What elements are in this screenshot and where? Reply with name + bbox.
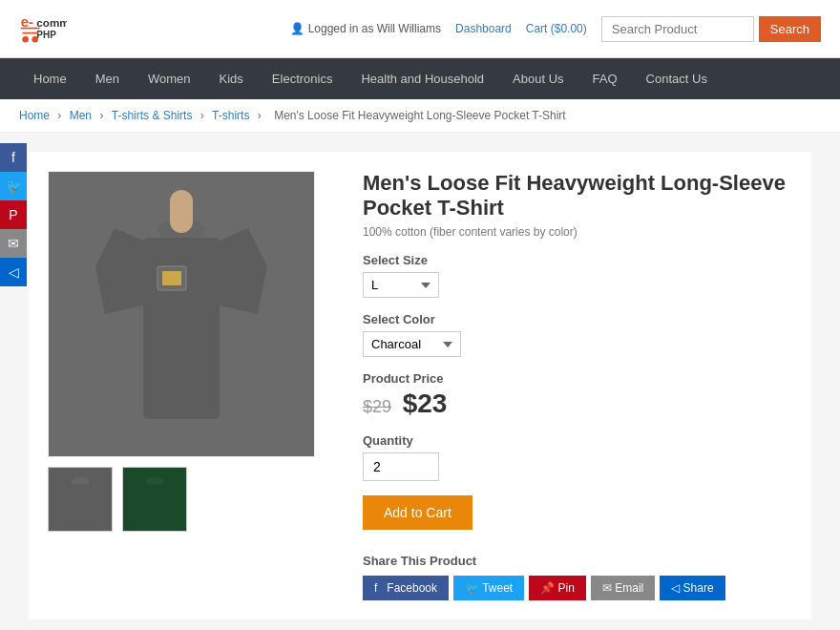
- nav-kids[interactable]: Kids: [205, 58, 258, 99]
- svg-text:PHP: PHP: [36, 30, 56, 40]
- thumbnail-row: [48, 467, 334, 532]
- svg-rect-12: [162, 271, 181, 285]
- svg-point-4: [32, 36, 38, 43]
- share-share-button[interactable]: ◁ Share: [660, 576, 724, 600]
- image-section: [48, 171, 334, 600]
- price-label: Product Price: [363, 371, 792, 386]
- breadcrumb-current: Men's Loose Fit Heavyweight Long-Sleeve …: [274, 109, 566, 122]
- quantity-label: Quantity: [363, 433, 792, 448]
- size-label: Select Size: [363, 253, 792, 267]
- nav-about[interactable]: About Us: [498, 58, 578, 99]
- breadcrumb-tshirts[interactable]: T-shirts: [212, 109, 249, 122]
- user-info: 👤 Logged in as Will Williams: [290, 22, 441, 35]
- share-email-button[interactable]: ✉ Email: [591, 576, 655, 600]
- svg-rect-10: [143, 238, 220, 419]
- svg-marker-8: [95, 228, 148, 314]
- product-subtitle: 100% cotton (fiber content varies by col…: [363, 225, 792, 239]
- svg-text:e-: e-: [21, 13, 33, 30]
- svg-rect-23: [143, 484, 165, 531]
- social-pinterest-btn[interactable]: P: [0, 200, 27, 229]
- logo: e- commerce PHP: [19, 10, 67, 48]
- product-area: Men's Loose Fit Heavyweight Long-Sleeve …: [29, 152, 811, 620]
- main-product-image: [48, 171, 315, 457]
- price-original: $29: [363, 397, 391, 416]
- product-info: Men's Loose Fit Heavyweight Long-Sleeve …: [363, 171, 792, 600]
- color-select[interactable]: Charcoal Dark Green Navy Black: [363, 331, 461, 357]
- nav-electronics[interactable]: Electronics: [258, 58, 347, 99]
- thumbnail-green[interactable]: [122, 467, 187, 532]
- main-nav: Home Men Women Kids Electronics Health a…: [0, 58, 840, 99]
- header: e- commerce PHP 👤 Logged in as Will Will…: [0, 0, 840, 58]
- nav-women[interactable]: Women: [134, 58, 205, 99]
- price-current: $23: [403, 388, 448, 418]
- quantity-input[interactable]: [363, 452, 439, 481]
- social-share-btn[interactable]: ◁: [0, 258, 27, 286]
- social-facebook-btn[interactable]: f: [0, 143, 27, 172]
- search-button[interactable]: Search: [759, 16, 821, 42]
- share-twitter-button[interactable]: 🐦 Tweet: [453, 576, 524, 600]
- share-buttons: f Facebook 🐦 Tweet 📌 Pin ✉ Email ◁ Share: [363, 576, 792, 600]
- svg-rect-18: [69, 484, 91, 531]
- nav-men[interactable]: Men: [81, 58, 134, 99]
- svg-point-3: [22, 36, 29, 43]
- search-area: Search: [601, 16, 821, 42]
- svg-rect-13: [170, 190, 193, 233]
- cart-link[interactable]: Cart ($0.00): [526, 22, 587, 35]
- thumbnail-charcoal[interactable]: [48, 467, 113, 532]
- svg-text:commerce: commerce: [36, 16, 67, 29]
- search-input[interactable]: [601, 16, 754, 42]
- nav-contact[interactable]: Contact Us: [632, 58, 722, 99]
- share-pinterest-button[interactable]: 📌 Pin: [529, 576, 586, 600]
- svg-marker-9: [215, 228, 267, 314]
- nav-health[interactable]: Health and Household: [346, 58, 498, 99]
- logo-icon: e- commerce PHP: [19, 10, 67, 48]
- size-select[interactable]: S M L XL XXL: [363, 272, 439, 298]
- share-label: Share This Product: [363, 554, 792, 568]
- color-label: Select Color: [363, 312, 792, 326]
- add-to-cart-button[interactable]: Add to Cart: [363, 495, 472, 530]
- breadcrumb-tshirts-shirts[interactable]: T-shirts & Shirts: [112, 109, 193, 122]
- header-right: 👤 Logged in as Will Williams Dashboard C…: [290, 16, 821, 42]
- social-twitter-btn[interactable]: 🐦: [0, 172, 27, 200]
- nav-faq[interactable]: FAQ: [578, 58, 632, 99]
- shirt-graphic: [86, 190, 277, 438]
- size-group: Select Size S M L XL XXL: [363, 253, 792, 298]
- breadcrumb: Home › Men › T-shirts & Shirts › T-shirt…: [0, 99, 840, 133]
- social-sidebar: f 🐦 P ✉ ◁: [0, 143, 27, 286]
- share-section: Share This Product f Facebook 🐦 Tweet 📌 …: [363, 554, 792, 600]
- social-email-btn[interactable]: ✉: [0, 229, 27, 258]
- breadcrumb-men[interactable]: Men: [70, 109, 92, 122]
- color-group: Select Color Charcoal Dark Green Navy Bl…: [363, 312, 792, 357]
- price-section: Product Price $29 $23: [363, 371, 792, 419]
- share-facebook-button[interactable]: f Facebook: [363, 576, 449, 600]
- quantity-section: Quantity: [363, 433, 792, 481]
- dashboard-link[interactable]: Dashboard: [455, 22, 512, 35]
- breadcrumb-home[interactable]: Home: [19, 109, 50, 122]
- main-content: Men's Loose Fit Heavyweight Long-Sleeve …: [10, 133, 830, 630]
- nav-home[interactable]: Home: [19, 58, 81, 99]
- product-title: Men's Loose Fit Heavyweight Long-Sleeve …: [363, 171, 792, 220]
